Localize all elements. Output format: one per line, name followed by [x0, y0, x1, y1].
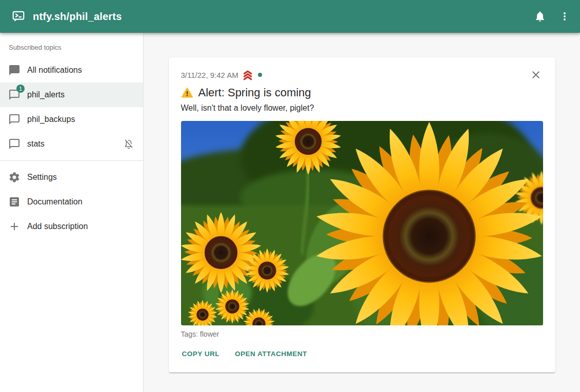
overflow-menu-button[interactable] — [552, 4, 577, 29]
sidebar-item-all-notifications[interactable]: All notifications — [0, 58, 143, 82]
sidebar-item-label: Documentation — [27, 197, 83, 207]
chat-bubble-outline-icon — [8, 138, 21, 150]
notifications-bell-button[interactable] — [528, 4, 552, 29]
sidebar-item-label: Settings — [27, 173, 57, 182]
notification-card: 3/11/22, 9:42 AM Alert: — [169, 57, 555, 373]
attachment-image[interactable] — [181, 121, 543, 325]
close-notification-button[interactable] — [529, 68, 543, 82]
sidebar-item-settings[interactable]: Settings — [0, 165, 143, 190]
sidebar-item-label: All notifications — [27, 66, 82, 75]
ntfy-logo-icon — [11, 9, 26, 24]
gear-icon — [8, 171, 21, 183]
notification-header: 3/11/22, 9:42 AM — [181, 69, 543, 81]
sidebar-item-label: Add subscription — [27, 222, 88, 231]
notification-tags: Tags: flower — [181, 329, 543, 339]
article-icon — [8, 196, 21, 208]
plus-icon — [8, 220, 21, 233]
app-title: ntfy.sh/phil_alerts — [33, 11, 122, 23]
notification-actions: COPY URL OPEN ATTACHMENT — [181, 346, 543, 361]
copy-url-button[interactable]: COPY URL — [181, 346, 221, 361]
sidebar-item-label: stats — [27, 139, 45, 149]
subscribed-topics-label: Subscribed topics — [0, 33, 143, 58]
sidebar-item-stats[interactable]: stats — [0, 132, 143, 156]
notification-body: Well, isn't that a lovely flower, piglet… — [181, 102, 543, 114]
notification-title-text: Alert: Spring is coming — [198, 85, 311, 100]
sidebar-item-label: phil_alerts — [27, 90, 65, 99]
notification-timestamp: 3/11/22, 9:42 AM — [181, 71, 238, 79]
bell-muted-icon — [123, 138, 135, 150]
sidebar-item-add-subscription[interactable]: Add subscription — [0, 214, 143, 239]
sidebar-divider — [0, 160, 143, 161]
app-bar: ntfy.sh/phil_alerts — [0, 0, 580, 33]
unread-count-badge: 1 — [16, 85, 25, 93]
chat-bubble-filled-icon — [8, 64, 21, 76]
open-attachment-button[interactable]: OPEN ATTACHMENT — [234, 346, 308, 361]
sidebar-item-label: phil_backups — [27, 115, 75, 124]
priority-max-icon — [242, 69, 254, 81]
chat-bubble-outline-icon: 1 — [8, 89, 21, 101]
sidebar-item-documentation[interactable]: Documentation — [0, 190, 143, 214]
unread-dot — [258, 73, 262, 77]
bell-icon — [534, 10, 546, 23]
sidebar-item-phil-backups[interactable]: phil_backups — [0, 107, 143, 132]
chat-bubble-outline-icon — [8, 113, 21, 126]
warning-emoji-icon — [181, 87, 193, 99]
sidebar-item-phil-alerts[interactable]: 1 phil_alerts — [0, 82, 143, 107]
main-content: 3/11/22, 9:42 AM Alert: — [144, 33, 580, 392]
notification-title: Alert: Spring is coming — [181, 85, 543, 100]
kebab-menu-icon — [558, 10, 571, 23]
close-icon — [530, 69, 542, 81]
sidebar: Subscribed topics All notifications 1 ph… — [0, 33, 144, 392]
